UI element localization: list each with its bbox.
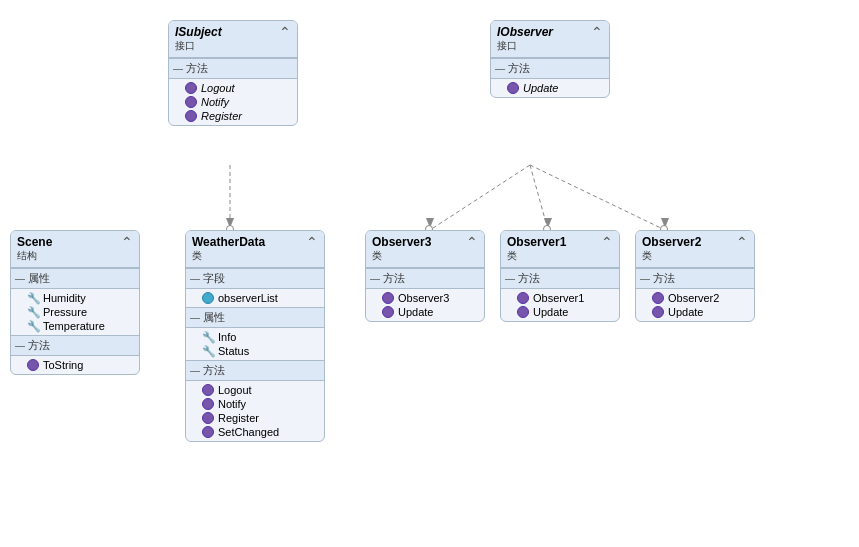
method-icon — [382, 306, 394, 318]
isubject-collapse[interactable]: ⌃ — [279, 25, 291, 39]
scene-attr-items: 🔧 Humidity 🔧 Pressure 🔧 Temperature — [11, 289, 139, 335]
item-label: Humidity — [43, 292, 86, 304]
item-label: Observer1 — [533, 292, 584, 304]
item-label: observerList — [218, 292, 278, 304]
item-label: Pressure — [43, 306, 87, 318]
iobserver-header: IObserver 接口 ⌃ — [491, 21, 609, 58]
list-item: Notify — [169, 95, 297, 109]
method-icon — [185, 110, 197, 122]
item-label: Temperature — [43, 320, 105, 332]
item-label: Observer2 — [668, 292, 719, 304]
method-icon — [202, 398, 214, 410]
list-item: ToString — [11, 358, 139, 372]
canvas: ISubject 接口 ⌃ — 方法 Logout Notify Registe… — [0, 0, 859, 547]
scene-methods-label: 方法 — [28, 338, 50, 353]
weatherdata-fields-header: — 字段 — [186, 268, 324, 289]
svg-line-2 — [430, 165, 530, 230]
item-label: SetChanged — [218, 426, 279, 438]
list-item: Register — [186, 411, 324, 425]
list-item: Logout — [186, 383, 324, 397]
weatherdata-subtitle: 类 — [192, 249, 265, 263]
item-label: Logout — [201, 82, 235, 94]
wrench-icon: 🔧 — [202, 331, 214, 343]
observer1-methods-items: Observer1 Update — [501, 289, 619, 321]
scene-title: Scene — [17, 235, 52, 249]
scene-methods-items: ToString — [11, 356, 139, 374]
item-label: Update — [398, 306, 433, 318]
list-item: 🔧 Pressure — [11, 305, 139, 319]
item-label: Logout — [218, 384, 252, 396]
weatherdata-methods-label: 方法 — [203, 363, 225, 378]
method-icon — [202, 384, 214, 396]
observer3-collapse[interactable]: ⌃ — [466, 235, 478, 249]
scene-attr-label: 属性 — [28, 271, 50, 286]
iobserver-collapse[interactable]: ⌃ — [591, 25, 603, 39]
item-label: Register — [218, 412, 259, 424]
wrench-icon: 🔧 — [27, 306, 39, 318]
method-icon — [652, 306, 664, 318]
observer1-card: Observer1 类 ⌃ — 方法 Observer1 Update — [500, 230, 620, 322]
weatherdata-methods-items: Logout Notify Register SetChanged — [186, 381, 324, 441]
method-icon — [185, 82, 197, 94]
list-item: Observer2 — [636, 291, 754, 305]
field-icon — [202, 292, 214, 304]
item-label: Status — [218, 345, 249, 357]
scene-subtitle: 结构 — [17, 249, 52, 263]
weatherdata-methods-header: — 方法 — [186, 360, 324, 381]
item-label: Update — [533, 306, 568, 318]
isubject-header: ISubject 接口 ⌃ — [169, 21, 297, 58]
observer2-collapse[interactable]: ⌃ — [736, 235, 748, 249]
svg-line-4 — [530, 165, 548, 230]
iobserver-title: IObserver — [497, 25, 553, 39]
weatherdata-collapse[interactable]: ⌃ — [306, 235, 318, 249]
method-icon — [382, 292, 394, 304]
isubject-methods-label: 方法 — [186, 61, 208, 76]
observer3-methods-label: 方法 — [383, 271, 405, 286]
weatherdata-fields-items: observerList — [186, 289, 324, 307]
weatherdata-fields-label: 字段 — [203, 271, 225, 286]
list-item: Logout — [169, 81, 297, 95]
observer3-header: Observer3 类 ⌃ — [366, 231, 484, 268]
isubject-methods-header: — 方法 — [169, 58, 297, 79]
observer1-title: Observer1 — [507, 235, 566, 249]
method-icon — [517, 306, 529, 318]
list-item: SetChanged — [186, 425, 324, 439]
method-icon — [202, 426, 214, 438]
weatherdata-title: WeatherData — [192, 235, 265, 249]
method-icon — [202, 412, 214, 424]
observer3-subtitle: 类 — [372, 249, 431, 263]
observer3-card: Observer3 类 ⌃ — 方法 Observer3 Update — [365, 230, 485, 322]
observer1-collapse[interactable]: ⌃ — [601, 235, 613, 249]
observer2-subtitle: 类 — [642, 249, 701, 263]
list-item: Notify — [186, 397, 324, 411]
item-label: Info — [218, 331, 236, 343]
iobserver-methods-header: — 方法 — [491, 58, 609, 79]
weatherdata-card: WeatherData 类 ⌃ — 字段 observerList — 属性 🔧… — [185, 230, 325, 442]
weatherdata-attr-label: 属性 — [203, 310, 225, 325]
weatherdata-header: WeatherData 类 ⌃ — [186, 231, 324, 268]
observer3-methods-items: Observer3 Update — [366, 289, 484, 321]
list-item: Update — [491, 81, 609, 95]
weatherdata-attr-items: 🔧 Info 🔧 Status — [186, 328, 324, 360]
isubject-card: ISubject 接口 ⌃ — 方法 Logout Notify Registe… — [168, 20, 298, 126]
wrench-icon: 🔧 — [202, 345, 214, 357]
scene-collapse[interactable]: ⌃ — [121, 235, 133, 249]
item-label: ToString — [43, 359, 83, 371]
item-label: Notify — [218, 398, 246, 410]
list-item: observerList — [186, 291, 324, 305]
method-icon — [652, 292, 664, 304]
isubject-methods-collapse[interactable]: — — [173, 63, 183, 74]
svg-line-6 — [530, 165, 665, 230]
wrench-icon: 🔧 — [27, 292, 39, 304]
observer1-methods-header: — 方法 — [501, 268, 619, 289]
observer1-header: Observer1 类 ⌃ — [501, 231, 619, 268]
list-item: 🔧 Humidity — [11, 291, 139, 305]
list-item: Register — [169, 109, 297, 123]
isubject-subtitle: 接口 — [175, 39, 222, 53]
isubject-methods-items: Logout Notify Register — [169, 79, 297, 125]
item-label: Update — [523, 82, 558, 94]
observer2-methods-items: Observer2 Update — [636, 289, 754, 321]
wrench-icon: 🔧 — [27, 320, 39, 332]
iobserver-methods-collapse[interactable]: — — [495, 63, 505, 74]
observer3-methods-header: — 方法 — [366, 268, 484, 289]
